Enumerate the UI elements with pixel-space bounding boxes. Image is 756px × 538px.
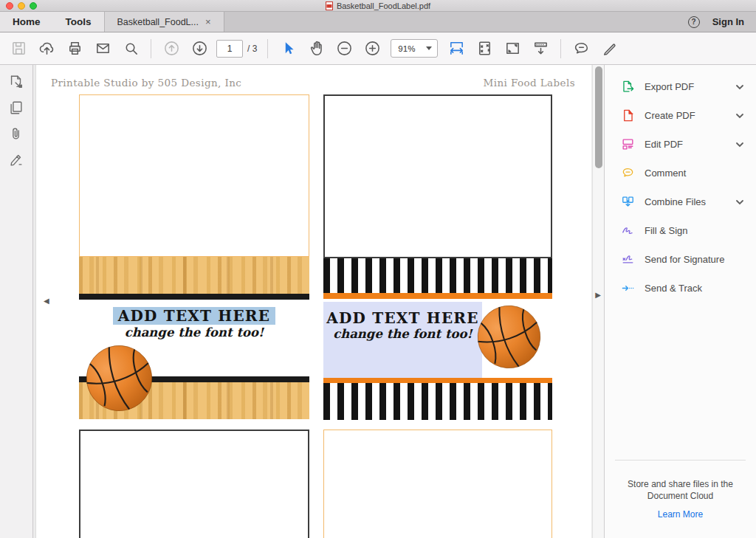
arrow-down-circle-icon <box>191 40 208 57</box>
previous-page-arrow[interactable]: ◀ <box>44 297 49 305</box>
home-tools-group: Home Tools <box>0 12 105 32</box>
basketball-image <box>476 304 542 370</box>
zoom-to-page-button[interactable] <box>473 38 495 60</box>
tool-label: Edit PDF <box>645 139 683 150</box>
wood-court-band <box>79 257 309 294</box>
page-total-label: / 3 <box>247 44 257 54</box>
referee-stripes-band <box>323 383 552 420</box>
zoom-out-button[interactable] <box>333 38 355 60</box>
help-icon[interactable]: ? <box>688 16 700 28</box>
envelope-icon <box>94 40 111 57</box>
right-tools-panel: Export PDF Create PDF Edit PDF <box>604 65 756 538</box>
tool-edit-pdf[interactable]: Edit PDF <box>605 130 756 159</box>
document-cloud-promo: Store and share files in the Document Cl… <box>605 460 756 520</box>
tool-label: Comment <box>645 168 686 179</box>
zoom-level-select[interactable]: 91% <box>391 39 438 58</box>
title-bar: Basketball_FoodLabel.pdf <box>0 0 756 12</box>
minimize-window-button[interactable] <box>18 2 25 10</box>
cloud-upload-icon <box>38 40 55 57</box>
fit-width-icon <box>448 40 465 57</box>
printer-icon <box>66 40 83 57</box>
tab-bar-filler <box>224 12 688 32</box>
zoom-in-button[interactable] <box>361 38 383 60</box>
tool-label: Send & Track <box>645 283 702 294</box>
black-line <box>79 294 309 300</box>
export-pdf-icon <box>621 80 635 94</box>
window-title: Basketball_FoodLabel.pdf <box>326 1 430 10</box>
page-header-left: Printable Studio by 505 Design, Inc <box>51 77 241 89</box>
scrolling-mode-button[interactable] <box>445 38 467 60</box>
close-window-button[interactable] <box>6 2 13 10</box>
toolbar-separator <box>151 39 151 58</box>
tool-create-pdf[interactable]: Create PDF <box>605 101 756 130</box>
tool-send-track[interactable]: Send & Track <box>605 274 756 303</box>
arrow-up-circle-icon <box>163 40 180 57</box>
tab-home[interactable]: Home <box>0 12 53 32</box>
search-icon <box>123 40 140 57</box>
comment-bubble-icon <box>573 40 590 57</box>
tool-label: Fill & Sign <box>645 225 688 236</box>
zoom-window-button[interactable] <box>30 2 37 10</box>
tab-bar: Home Tools Basketball_FoodL... × ? Sign … <box>0 12 756 32</box>
document-area: Printable Studio by 505 Design, Inc Mini… <box>33 65 604 538</box>
next-page-arrow[interactable]: ▶ <box>595 291 601 299</box>
label-blank-area <box>323 94 552 258</box>
plus-circle-icon <box>364 40 381 57</box>
orange-line <box>323 293 552 299</box>
signatures-pen-icon[interactable] <box>8 151 24 168</box>
attachments-paperclip-icon[interactable] <box>8 125 24 142</box>
save-button[interactable] <box>7 38 30 60</box>
chevron-down-icon <box>735 83 744 92</box>
select-tool-button[interactable] <box>277 38 299 60</box>
tool-combine-files[interactable]: Combine Files <box>605 187 756 216</box>
tool-fill-sign[interactable]: Fill & Sign <box>605 216 756 245</box>
tool-comment[interactable]: Comment <box>605 159 756 187</box>
food-label-card-partial <box>323 430 552 538</box>
scrollbar-thumb[interactable] <box>595 66 602 168</box>
tab-document[interactable]: Basketball_FoodL... × <box>105 12 224 32</box>
page-number-input[interactable] <box>216 40 243 58</box>
label-text-box: ADD TEXT HERE change the font too! <box>323 302 482 378</box>
combine-files-icon <box>621 195 635 209</box>
save-icon <box>10 40 27 57</box>
label-blank-area <box>79 94 309 257</box>
highlighter-pen-icon <box>601 40 618 57</box>
comment-icon <box>621 166 635 180</box>
label-subtitle-text: change the font too! <box>323 327 482 341</box>
comment-tool-button[interactable] <box>570 38 592 60</box>
vertical-scrollbar <box>592 65 604 538</box>
fullscreen-icon <box>504 40 521 57</box>
email-button[interactable] <box>92 38 114 60</box>
next-page-button[interactable] <box>188 38 210 60</box>
find-button[interactable] <box>120 38 142 60</box>
tool-send-for-signature[interactable]: Send for Signature <box>605 245 756 274</box>
previous-page-button[interactable] <box>160 38 182 60</box>
tab-tools[interactable]: Tools <box>53 12 104 32</box>
tool-label: Send for Signature <box>645 254 724 265</box>
promo-line2: Document Cloud <box>647 491 713 501</box>
page-header-right: Mini Food Labels <box>483 77 575 89</box>
page-thumbnails-icon[interactable] <box>8 74 24 90</box>
highlight-tool-button[interactable] <box>598 38 620 60</box>
sign-in-button[interactable]: Sign In <box>712 16 744 27</box>
dropdown-caret-icon <box>426 46 432 50</box>
toolbar-separator <box>267 39 268 58</box>
hide-toolbar-button[interactable] <box>529 38 551 60</box>
send-track-icon <box>621 281 635 295</box>
fullscreen-button[interactable] <box>501 38 523 60</box>
toolbar-separator <box>560 39 561 58</box>
left-panel-rail <box>0 65 33 538</box>
tool-label: Export PDF <box>645 81 694 92</box>
hand-tool-button[interactable] <box>305 38 327 60</box>
bookmarks-pages-icon[interactable] <box>8 100 24 116</box>
print-button[interactable] <box>63 38 86 60</box>
create-pdf-icon <box>621 108 635 123</box>
learn-more-link[interactable]: Learn More <box>615 509 746 520</box>
tool-export-pdf[interactable]: Export PDF <box>605 72 756 101</box>
share-button[interactable] <box>35 38 58 60</box>
pdf-file-icon <box>326 1 333 10</box>
chevron-down-icon <box>735 198 744 207</box>
close-tab-icon[interactable]: × <box>205 17 211 27</box>
food-label-card-stripes: ADD TEXT HERE change the font too! <box>323 94 552 420</box>
tool-label: Create PDF <box>645 110 695 121</box>
